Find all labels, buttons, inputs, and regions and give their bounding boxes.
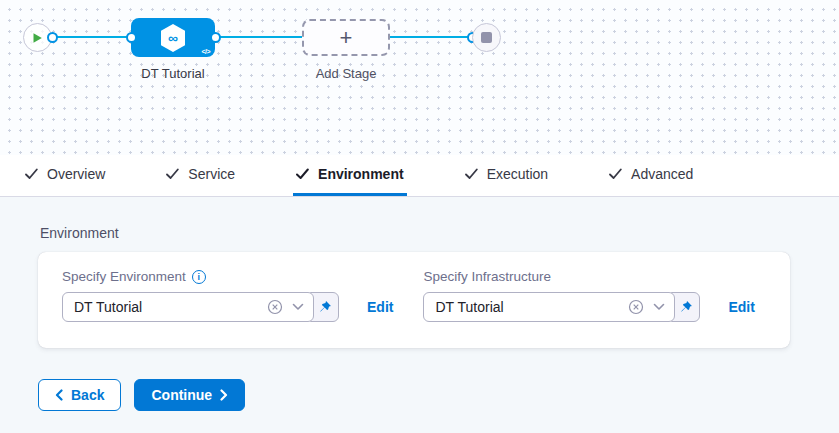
play-icon (32, 32, 43, 44)
check-icon (465, 168, 478, 180)
tab-label: Advanced (631, 166, 693, 182)
stage-node-dt-tutorial[interactable]: ∞ </> (131, 18, 215, 57)
connector-point[interactable] (126, 32, 137, 43)
stage-node-label: DT Tutorial (118, 66, 228, 81)
environment-tab-panel: Environment Specify Environment i DT Tut… (0, 197, 839, 411)
chevron-right-icon (220, 389, 228, 401)
tab-service[interactable]: Service (163, 155, 238, 196)
pin-button[interactable] (310, 292, 339, 322)
connector-point[interactable] (210, 32, 221, 43)
code-icon[interactable]: </> (201, 48, 210, 55)
infrastructure-select[interactable]: DT Tutorial (423, 292, 675, 322)
continue-button-label: Continue (151, 387, 212, 403)
check-icon (296, 168, 309, 180)
tab-execution[interactable]: Execution (462, 155, 551, 196)
stage-tabs: Overview Service Environment Execution A… (0, 155, 839, 197)
svg-text:∞: ∞ (168, 29, 178, 45)
check-icon (25, 168, 38, 180)
pin-icon (318, 300, 332, 314)
field-label: Specify Infrastructure (423, 269, 551, 284)
info-icon[interactable]: i (192, 270, 206, 284)
infrastructure-select-value: DT Tutorial (435, 299, 628, 315)
section-title: Environment (40, 225, 839, 241)
chevron-down-icon[interactable] (292, 303, 304, 311)
specify-infrastructure-field: Specify Infrastructure DT Tutorial (423, 269, 784, 348)
environment-card: Specify Environment i DT Tutorial (38, 252, 790, 348)
tab-label: Service (188, 166, 235, 182)
continue-button[interactable]: Continue (134, 379, 245, 411)
pipeline-connector-line (52, 36, 472, 38)
environment-select[interactable]: DT Tutorial (62, 292, 314, 322)
tab-environment[interactable]: Environment (293, 155, 407, 196)
deploy-stage-icon: ∞ (159, 23, 187, 53)
back-button-label: Back (71, 387, 104, 403)
tab-advanced[interactable]: Advanced (606, 155, 696, 196)
clear-icon[interactable] (267, 299, 283, 315)
clear-icon[interactable] (628, 299, 644, 315)
connector-point[interactable] (47, 32, 58, 43)
pin-button[interactable] (671, 292, 700, 322)
edit-environment-link[interactable]: Edit (367, 299, 393, 315)
add-stage-button[interactable]: + (302, 19, 390, 56)
specify-environment-field: Specify Environment i DT Tutorial (62, 269, 423, 348)
tab-label: Execution (487, 166, 548, 182)
tab-overview[interactable]: Overview (22, 155, 108, 196)
pin-icon (679, 300, 693, 314)
pipeline-end-node[interactable] (472, 23, 501, 52)
field-label: Specify Environment (62, 269, 186, 284)
chevron-down-icon[interactable] (653, 303, 665, 311)
environment-select-value: DT Tutorial (74, 299, 267, 315)
check-icon (609, 168, 622, 180)
check-icon (166, 168, 179, 180)
tab-label: Overview (47, 166, 105, 182)
tab-label: Environment (318, 166, 404, 182)
edit-infrastructure-link[interactable]: Edit (728, 299, 754, 315)
stop-icon (481, 32, 492, 43)
pipeline-canvas[interactable]: ∞ </> DT Tutorial + Add Stage (0, 0, 839, 155)
add-stage-label: Add Stage (291, 66, 401, 81)
wizard-footer: Back Continue (38, 379, 839, 411)
back-button[interactable]: Back (38, 379, 121, 411)
plus-icon: + (340, 25, 353, 51)
chevron-left-icon (55, 389, 63, 401)
